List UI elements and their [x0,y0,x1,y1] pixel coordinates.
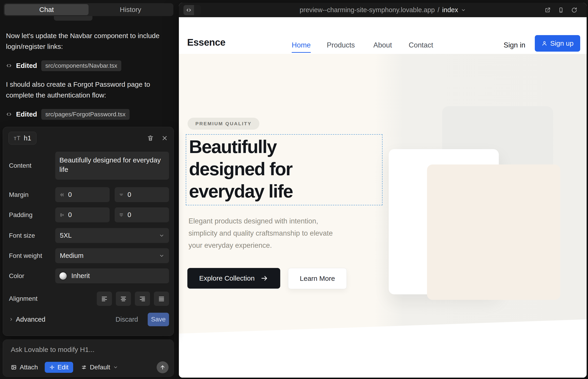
arrow-right-icon [261,274,268,282]
learn-more-label: Learn More [300,275,335,283]
url-bar[interactable]: preview--charming-site-symphony.lovable.… [300,3,466,17]
color-label: Color [9,272,55,280]
margin-y-input[interactable]: 0 [55,187,110,202]
align-center-button[interactable] [116,292,131,306]
toggle-dark-segment[interactable] [194,5,201,15]
content-textarea[interactable]: Beautifully designed for everyday life [55,152,169,180]
content-value: Beautifully designed for everyday life [59,155,165,174]
margin-x-input[interactable]: 0 [115,187,169,202]
edited-file-row: Edited src/components/Navbar.tsx [6,60,121,71]
sign-in-link[interactable]: Sign in [504,41,526,49]
crosshair-icon [49,364,55,370]
align-justify-icon [158,295,165,302]
sliders-icon [81,364,87,370]
text-style-icon: тT [14,135,21,142]
padding-x-value: 0 [127,211,131,219]
edit-label: Edit [57,364,68,371]
site-preview: Essence Home Products About Contact Sign… [179,17,587,378]
align-center-icon [120,295,127,302]
margin-vertical-icon [59,192,64,197]
padding-label: Padding [9,211,55,219]
image-icon [11,364,17,370]
padding-horizontal-icon [119,212,124,218]
chat-message: Now let's update the Navbar component to… [6,30,168,52]
element-tag-badge: тT h1 [8,132,36,144]
chevron-down-icon [159,253,164,259]
chat-composer: Attach Edit Default [3,340,174,377]
file-chip[interactable]: src/components/Navbar.tsx [41,60,122,71]
element-editor-panel: тT h1 Content Beautifully designed for e… [3,127,174,336]
edit-mode-button[interactable]: Edit [45,362,73,373]
align-left-icon [101,295,108,302]
hero-description: Elegant products designed with intention… [188,215,340,252]
panel-tabs: Chat History [4,3,173,16]
advanced-toggle[interactable]: Advanced [9,316,46,323]
font-weight-label: Font weight [9,252,55,259]
device-preview-icon[interactable] [558,7,564,13]
margin-label: Margin [9,191,55,198]
browser-chrome: preview--charming-site-symphony.lovable.… [179,3,587,17]
element-tag-label: h1 [24,134,31,142]
discard-button[interactable]: Discard [116,316,138,323]
align-left-button[interactable] [97,292,112,306]
margin-x-value: 0 [127,191,131,198]
font-size-label: Font size [9,232,55,239]
preview-window: preview--charming-site-symphony.lovable.… [179,3,587,378]
edited-label: Edited [16,110,37,118]
explore-collection-button[interactable]: Explore Collection [187,268,280,289]
edited-file-row: Edited src/pages/ForgotPassword.tsx [6,109,130,120]
hero-heading: Beautifully designed for everyday life [186,135,347,202]
editor-header: тT h1 [8,132,168,144]
model-selector[interactable]: Default [81,364,118,371]
composer-input[interactable] [11,346,160,354]
nav-link-products[interactable]: Products [327,41,355,49]
chat-message: I should also create a Forgot Password p… [6,79,168,100]
nav-link-about[interactable]: About [373,41,392,49]
url-domain: preview--charming-site-symphony.lovable.… [300,6,435,14]
trash-icon[interactable] [147,135,154,142]
font-weight-select[interactable]: Medium [55,248,169,263]
align-right-button[interactable] [135,292,150,306]
align-right-icon [139,295,146,302]
attach-label: Attach [20,364,38,371]
chevron-down-icon [113,365,118,370]
refresh-icon[interactable] [571,7,577,13]
chevron-down-icon [159,233,164,238]
padding-x-input[interactable]: 0 [115,207,169,222]
default-label: Default [90,364,110,371]
font-weight-value: Medium [60,252,83,259]
decor-beige-panel [427,164,560,300]
code-icon [6,111,12,117]
alignment-label: Alignment [9,295,55,302]
nav-link-contact[interactable]: Contact [409,41,433,49]
padding-y-value: 0 [68,211,72,219]
code-icon [186,7,191,13]
open-in-new-tab-icon[interactable] [544,7,551,13]
margin-y-value: 0 [68,191,72,198]
chevron-right-icon [9,317,14,322]
send-button[interactable] [157,361,169,373]
close-icon[interactable] [161,135,168,142]
color-select[interactable]: Inherit [55,268,169,283]
chevron-down-icon [461,8,466,13]
align-justify-button[interactable] [154,292,169,306]
padding-vertical-icon [59,212,64,218]
padding-y-input[interactable]: 0 [55,207,110,222]
tab-chat[interactable]: Chat [5,4,89,15]
file-chip[interactable]: src/pages/ForgotPassword.tsx [41,109,130,120]
tab-history[interactable]: History [89,4,172,15]
sign-up-button[interactable]: Sign up [535,35,580,52]
save-button[interactable]: Save [148,313,169,326]
nav-link-home[interactable]: Home [292,41,311,53]
font-size-select[interactable]: 5XL [55,228,169,243]
code-view-toggle[interactable] [184,5,201,15]
person-icon [542,40,547,46]
attach-button[interactable]: Attach [11,364,38,371]
selected-h1-element[interactable]: Beautifully designed for everyday life [186,134,383,205]
font-size-value: 5XL [60,232,72,239]
site-logo[interactable]: Essence [187,37,225,48]
premium-badge: PREMIUM QUALITY [187,118,259,130]
advanced-label: Advanced [16,316,46,323]
lovable-app: Chat History Now let's update the Navbar… [0,0,588,379]
learn-more-button[interactable]: Learn More [288,268,347,289]
